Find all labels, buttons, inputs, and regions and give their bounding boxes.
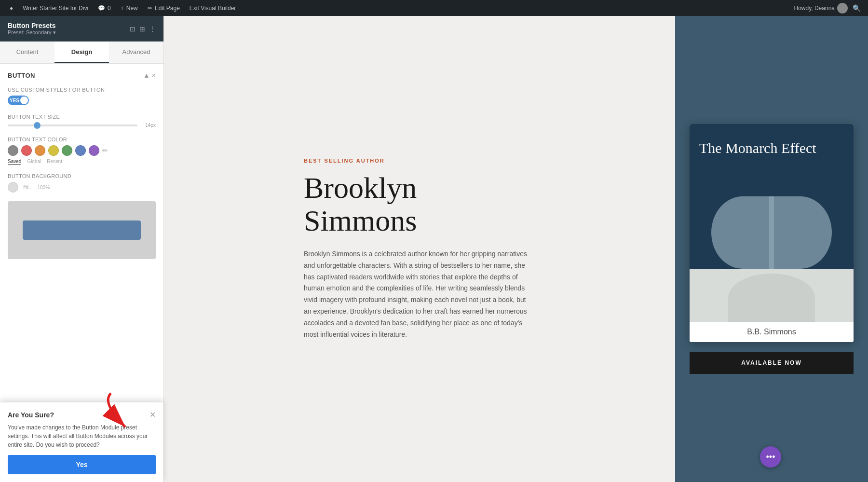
bg-row: #d... 100%	[8, 182, 156, 193]
color-swatch-red[interactable]	[21, 145, 32, 156]
edit-page-button[interactable]: ✏ Edit Page	[143, 0, 185, 16]
wing-bottom	[728, 274, 815, 322]
bg-opacity-label: 100%	[37, 185, 50, 190]
color-tab-saved[interactable]: Saved	[8, 159, 21, 165]
dialog-close-button[interactable]: ✕	[149, 410, 156, 419]
button-background-label: Button Background	[8, 173, 156, 179]
text-size-slider[interactable]	[8, 124, 137, 126]
book-card: The Monarch Effect B.B. Simmons	[690, 124, 854, 342]
author-content: BEST SELLING AUTHOR Brooklyn Simmons Bro…	[304, 158, 535, 341]
panel-title: Button Presets	[8, 22, 56, 29]
wing-left	[711, 196, 774, 269]
dialog-yes-button[interactable]: Yes	[8, 455, 156, 474]
tab-design-label: Design	[71, 48, 92, 55]
panel-tabs: Content Design Advanced	[0, 41, 163, 64]
color-swatch-purple[interactable]	[89, 145, 99, 156]
section-title: Button	[8, 72, 35, 79]
site-name-button[interactable]: Writer Starter Site for Divi	[18, 0, 93, 16]
tab-advanced[interactable]: Advanced	[109, 41, 163, 63]
dialog-title: Are You Sure?	[8, 411, 54, 419]
panel-columns-icon[interactable]: ⊞	[139, 25, 145, 33]
color-tab-recent[interactable]: Recent	[47, 159, 62, 165]
toggle-row: YES	[8, 96, 156, 105]
color-edit-icon[interactable]: ✏	[102, 147, 108, 154]
bg-color-swatch[interactable]	[8, 182, 18, 193]
color-tab-global[interactable]: Global	[27, 159, 41, 165]
wp-logo-button[interactable]: ●	[5, 0, 18, 16]
comments-button[interactable]: 💬 0	[93, 0, 116, 16]
main-layout: Button Presets Preset: Secondary ▾ ⊡ ⊞ ⋮…	[0, 16, 868, 482]
color-swatch-yellow[interactable]	[48, 145, 59, 156]
book-cover-top: The Monarch Effect	[690, 124, 854, 269]
custom-styles-field: Use Custom Styles For Button YES	[8, 87, 156, 105]
best-selling-label: BEST SELLING AUTHOR	[304, 158, 535, 164]
custom-styles-toggle[interactable]: YES	[8, 96, 29, 105]
tab-advanced-label: Advanced	[122, 48, 150, 55]
color-swatch-green[interactable]	[62, 145, 72, 156]
plus-icon: +	[121, 5, 124, 12]
edit-page-label: Edit Page	[155, 5, 180, 12]
toggle-knob	[20, 96, 28, 104]
section-header: Button ▲ ×	[8, 71, 156, 79]
panel-preset[interactable]: Preset: Secondary ▾	[8, 29, 56, 36]
pencil-icon: ✏	[148, 5, 152, 12]
wp-icon: ●	[10, 5, 13, 12]
color-swatch-blue[interactable]	[75, 145, 86, 156]
book-author-name: B.B. Simmons	[690, 322, 854, 342]
preview-box	[8, 201, 156, 259]
avatar[interactable]	[837, 3, 848, 14]
wp-admin-bar: ● Writer Starter Site for Divi 💬 0 + New…	[0, 0, 868, 16]
content-area: BEST SELLING AUTHOR Brooklyn Simmons Bro…	[164, 16, 868, 482]
panel-header-icons: ⊡ ⊞ ⋮	[130, 25, 156, 33]
left-panel: Button Presets Preset: Secondary ▾ ⊡ ⊞ ⋮…	[0, 16, 164, 482]
preview-button	[23, 220, 141, 240]
tab-content[interactable]: Content	[0, 41, 54, 63]
text-color-field: Button Text Color ✏ Saved Global Recent	[8, 137, 156, 165]
are-you-sure-dialog: Are You Sure? ✕ You've made changes to t…	[0, 402, 163, 482]
color-swatch-gray[interactable]	[8, 145, 18, 156]
tab-content-label: Content	[16, 48, 39, 55]
site-name-text: Writer Starter Site for Divi	[23, 5, 88, 12]
comment-icon: 💬	[98, 5, 105, 12]
book-section: The Monarch Effect B.B. Simmons AVAILABL…	[675, 16, 868, 482]
available-now-button[interactable]: AVAILABLE NOW	[690, 352, 854, 374]
slider-row: 14px	[8, 123, 156, 128]
wing-right	[769, 196, 832, 269]
exit-builder-button[interactable]: Exit Visual Builder	[185, 0, 241, 16]
author-name: Brooklyn Simmons	[304, 171, 535, 237]
bg-hex-label: #d...	[23, 185, 32, 190]
white-section: BEST SELLING AUTHOR Brooklyn Simmons Bro…	[164, 16, 675, 482]
panel-expand-icon[interactable]: ⊡	[130, 25, 136, 33]
button-background-field: Button Background #d... 100%	[8, 173, 156, 193]
color-tabs: Saved Global Recent	[8, 159, 156, 165]
author-bio: Brooklyn Simmons is a celebrated author …	[304, 248, 535, 340]
butterfly-art	[690, 182, 854, 269]
panel-title-area: Button Presets Preset: Secondary ▾	[8, 22, 56, 36]
tab-design[interactable]: Design	[54, 41, 109, 63]
search-icon[interactable]: 🔍	[850, 2, 863, 14]
text-size-label: Button Text Size	[8, 114, 156, 120]
section-collapse-button[interactable]: ▲ ×	[143, 71, 156, 79]
text-color-label: Button Text Color	[8, 137, 156, 142]
admin-bar-right: Howdy, Deanna 🔍	[794, 2, 864, 14]
book-cover-bottom	[690, 269, 854, 322]
slider-value: 14px	[141, 123, 156, 128]
comment-count: 0	[108, 5, 111, 12]
new-button[interactable]: + New	[116, 0, 143, 16]
color-swatches: ✏	[8, 145, 156, 156]
dialog-body: You've made changes to the Button Module…	[8, 423, 156, 449]
exit-builder-label: Exit Visual Builder	[190, 5, 236, 12]
dialog-header: Are You Sure? ✕	[8, 410, 156, 419]
book-title: The Monarch Effect	[699, 138, 844, 157]
floating-action-button[interactable]: •••	[760, 446, 781, 468]
text-size-field: Button Text Size 14px	[8, 114, 156, 128]
floating-btn-icon: •••	[766, 452, 775, 462]
slider-thumb	[34, 122, 41, 129]
panel-header: Button Presets Preset: Secondary ▾ ⊡ ⊞ ⋮	[0, 16, 163, 41]
howdy-text: Howdy, Deanna	[794, 5, 835, 12]
new-label: New	[126, 5, 138, 12]
panel-menu-icon[interactable]: ⋮	[149, 25, 156, 33]
toggle-on-label: YES	[10, 98, 19, 103]
color-swatch-orange[interactable]	[35, 145, 45, 156]
custom-styles-label: Use Custom Styles For Button	[8, 87, 156, 93]
